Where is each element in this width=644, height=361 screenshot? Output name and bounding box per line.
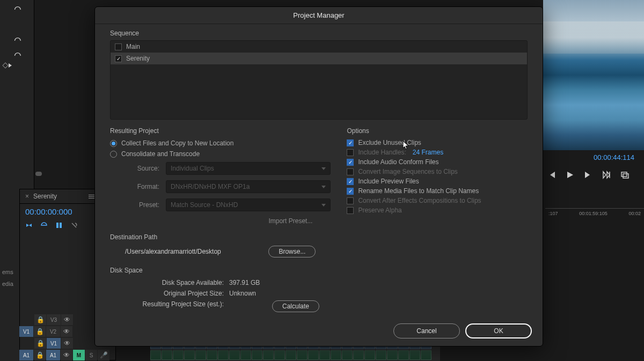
- mark-in-icon[interactable]: [602, 171, 611, 179]
- chevron-down-icon: [321, 167, 326, 170]
- sequence-row-main[interactable]: Main: [111, 41, 527, 53]
- mute-toggle[interactable]: M: [73, 350, 85, 360]
- program-timecode: 00:00:44:114: [594, 153, 634, 161]
- source-dropdown[interactable]: Individual Clips: [166, 162, 331, 175]
- resulting-project-label: Resulting Project: [110, 127, 331, 135]
- lock-icon[interactable]: 🔒: [34, 314, 46, 325]
- checkbox[interactable]: [347, 139, 354, 146]
- disk-space-label: Disk Space: [110, 267, 331, 274]
- sequence-row-serenity[interactable]: Serenity: [111, 53, 527, 64]
- lock-icon[interactable]: 🔒: [34, 338, 46, 349]
- handles-frames: 24 Frames: [413, 149, 443, 156]
- opt-convert-ae: Convert After Effects Compositions to Cl…: [347, 196, 528, 205]
- dialog-title: Project Manager: [95, 7, 543, 24]
- opt-convert-img-seq: Convert Image Sequences to Clips: [347, 167, 528, 176]
- checkbox: [347, 197, 354, 204]
- close-icon[interactable]: ×: [25, 193, 29, 200]
- svg-rect-1: [623, 174, 628, 178]
- sidebar-label-items: ems: [0, 267, 16, 277]
- ruler-tick: 00:01:59:105: [579, 211, 608, 217]
- opt-include-preview[interactable]: Include Preview Files: [347, 176, 528, 186]
- track-v2[interactable]: V2: [46, 326, 60, 337]
- program-monitor-preview: [543, 0, 644, 150]
- keyframe-nav[interactable]: [3, 63, 12, 68]
- sequence-name: Serenity: [126, 55, 150, 62]
- track-v3[interactable]: V3: [47, 314, 61, 325]
- chevron-down-icon: [321, 204, 326, 207]
- checkbox-main[interactable]: [115, 43, 122, 50]
- lock-icon[interactable]: 🔒: [34, 350, 46, 360]
- transport-controls: [547, 171, 629, 179]
- ok-button[interactable]: OK: [465, 323, 532, 338]
- radio-icon[interactable]: [110, 151, 117, 158]
- toggle-output-icon[interactable]: 👁: [61, 314, 73, 325]
- opt-rename-media[interactable]: Rename Media Files to Match Clip Names: [347, 186, 528, 196]
- opt-include-audio[interactable]: Include Audio Conform Files: [347, 157, 528, 167]
- wrench-icon[interactable]: [70, 222, 78, 229]
- play-icon[interactable]: [566, 171, 574, 179]
- toggle-output-icon[interactable]: 👁: [61, 350, 72, 360]
- options-label: Options: [347, 127, 528, 135]
- source-a1[interactable]: A1: [19, 350, 33, 360]
- opt-preserve-alpha: Preserve Alpha: [347, 205, 528, 215]
- checkbox[interactable]: [347, 159, 354, 166]
- destination-label: Destination Path: [110, 233, 331, 241]
- checkbox: [347, 207, 354, 214]
- checkbox[interactable]: [347, 178, 354, 185]
- checkbox: [347, 168, 354, 175]
- source-label: Source:: [125, 165, 159, 172]
- track-a1[interactable]: A1: [46, 350, 60, 360]
- sidebar-label-media: edia: [0, 278, 16, 289]
- solo-toggle[interactable]: S: [85, 350, 97, 360]
- undo-icon-3[interactable]: [0, 48, 34, 63]
- scrollbar[interactable]: [34, 171, 99, 177]
- preset-label: Preset:: [125, 201, 159, 209]
- project-manager-dialog: Project Manager Sequence Main Serenity R…: [94, 6, 543, 347]
- sequence-section-label: Sequence: [110, 30, 528, 37]
- calculate-button[interactable]: Calculate: [272, 300, 319, 312]
- original-size-label: Original Project Size:: [130, 290, 224, 297]
- sequence-list[interactable]: Main Serenity: [110, 40, 528, 120]
- step-forward-icon[interactable]: [584, 171, 592, 179]
- track-v1[interactable]: V1: [47, 338, 61, 349]
- checkbox-serenity[interactable]: [115, 55, 122, 62]
- svg-rect-2: [56, 223, 58, 228]
- toggle-output-icon[interactable]: 👁: [61, 338, 73, 349]
- checkbox[interactable]: [347, 188, 354, 195]
- radio-consolidate[interactable]: Consolidate and Transcode: [110, 149, 331, 159]
- settings-icon[interactable]: [55, 222, 63, 229]
- lock-icon[interactable]: 🔒: [34, 326, 46, 337]
- voiceover-icon[interactable]: 🎤: [98, 350, 109, 360]
- checkbox: [347, 149, 354, 156]
- export-frame-icon[interactable]: [620, 171, 629, 179]
- preset-dropdown[interactable]: Match Source - DNxHD: [166, 198, 331, 211]
- radio-collect[interactable]: Collect Files and Copy to New Location: [110, 138, 331, 149]
- radio-icon[interactable]: [110, 140, 117, 147]
- svg-rect-0: [621, 172, 627, 176]
- undo-icon[interactable]: [0, 2, 34, 17]
- ruler-tick: 00:02: [628, 211, 641, 217]
- marker-icon[interactable]: [40, 222, 48, 229]
- format-dropdown[interactable]: DNxHR/DNxHD MXF OP1a: [166, 180, 331, 193]
- resulting-size-label: Resulting Project Size (est.):: [130, 300, 224, 312]
- destination-path: /Users/alexandramarriott/Desktop: [125, 248, 268, 255]
- import-preset-link[interactable]: Import Preset...: [110, 214, 331, 226]
- radio-label: Consolidate and Transcode: [121, 150, 200, 158]
- step-back-icon[interactable]: [547, 171, 556, 179]
- sequence-tab-label: Serenity: [33, 193, 57, 200]
- source-v1[interactable]: V1: [19, 326, 33, 337]
- cancel-button[interactable]: Cancel: [393, 323, 460, 338]
- timeline-ruler[interactable]: :107 00:01:59:105 00:02: [545, 208, 644, 219]
- format-label: Format:: [125, 183, 159, 190]
- browse-button[interactable]: Browse...: [268, 246, 316, 257]
- opt-exclude-unused[interactable]: Exclude Unused Clips: [347, 138, 528, 148]
- radio-label: Collect Files and Copy to New Location: [121, 139, 233, 147]
- toggle-output-icon[interactable]: 👁: [61, 326, 72, 337]
- snap-icon[interactable]: [25, 222, 33, 229]
- sequence-name: Main: [126, 43, 140, 50]
- svg-rect-3: [60, 223, 62, 228]
- disk-available-value: 397.91 GB: [229, 279, 260, 286]
- disk-available-label: Disk Space Available:: [130, 279, 224, 286]
- undo-icon-2[interactable]: [0, 33, 34, 48]
- chevron-down-icon: [321, 186, 326, 188]
